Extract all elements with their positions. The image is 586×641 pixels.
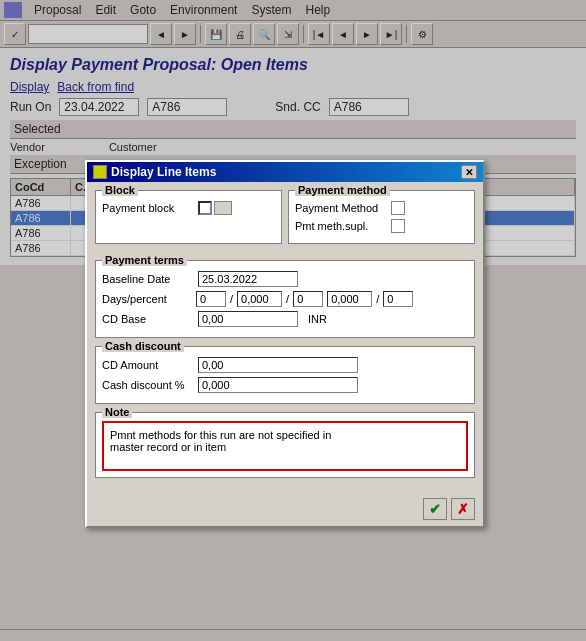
note-line2: master record or in item xyxy=(110,441,460,453)
baseline-date-label: Baseline Date xyxy=(102,273,192,285)
payment-method-checkbox[interactable] xyxy=(391,201,405,215)
cd-base-row: CD Base 0,00 INR xyxy=(102,311,468,327)
cd-amount-label: CD Amount xyxy=(102,359,192,371)
note-text-box: Pmnt methods for this run are not specif… xyxy=(102,421,468,471)
titlebar-left: Display Line Items xyxy=(93,165,216,179)
slash3: / xyxy=(376,293,379,305)
payment-block-label: Payment block xyxy=(102,202,192,214)
baseline-date-row: Baseline Date 25.03.2022 xyxy=(102,271,468,287)
days-percent-label: Days/percent xyxy=(102,293,192,305)
dialog-close-button[interactable]: ✕ xyxy=(461,165,477,179)
note-line1: Pmnt methods for this run are not specif… xyxy=(110,429,460,441)
cash-discount-section: Cash discount CD Amount 0,00 Cash discou… xyxy=(95,346,475,404)
dialog-titlebar: Display Line Items ✕ xyxy=(87,162,483,182)
cash-discount-pct-row: Cash discount % 0,000 xyxy=(102,377,468,393)
block-section-content: Payment block xyxy=(96,191,281,225)
payment-block-row: Payment block xyxy=(102,201,275,215)
cd-amount-row: CD Amount 0,00 xyxy=(102,357,468,373)
note-section: Note Pmnt methods for this run are not s… xyxy=(95,412,475,478)
payment-terms-label: Payment terms xyxy=(102,254,187,266)
payment-method-label: Payment Method xyxy=(295,202,385,214)
payment-block-checkbox[interactable] xyxy=(198,201,212,215)
payment-terms-content: Baseline Date 25.03.2022 Days/percent 0 … xyxy=(96,261,474,337)
days-percent-row: Days/percent 0 / 0,000 / 0 0,000 / 0 xyxy=(102,291,468,307)
block-section: Block Payment block xyxy=(95,190,282,244)
payment-method-section-content: Payment Method Pmt meth.supl. xyxy=(289,191,474,243)
cd-base-label: CD Base xyxy=(102,313,192,325)
cd-amount-value: 0,00 xyxy=(198,357,358,373)
pmt-meth-supl-label: Pmt meth.supl. xyxy=(295,220,385,232)
cancel-button[interactable]: ✗ xyxy=(451,498,475,520)
slash1: / xyxy=(230,293,233,305)
days-val5: 0 xyxy=(383,291,413,307)
cash-discount-label: Cash discount xyxy=(102,340,184,352)
cash-discount-pct-label: Cash discount % xyxy=(102,379,192,391)
cd-base-unit: INR xyxy=(308,313,327,325)
pmt-meth-supl-checkbox[interactable] xyxy=(391,219,405,233)
days-val4: 0,000 xyxy=(327,291,372,307)
note-section-content: Pmnt methods for this run are not specif… xyxy=(96,413,474,477)
payment-method-section-label: Payment method xyxy=(295,184,390,196)
pmt-meth-supl-row: Pmt meth.supl. xyxy=(295,219,468,233)
cash-discount-content: CD Amount 0,00 Cash discount % 0,000 xyxy=(96,347,474,403)
days-val1: 0 xyxy=(196,291,226,307)
dialog-icon xyxy=(93,165,107,179)
block-section-label: Block xyxy=(102,184,138,196)
payment-method-section: Payment method Payment Method Pmt meth.s… xyxy=(288,190,475,244)
dialog-body: Block Payment block Payment method xyxy=(87,182,483,494)
ok-button[interactable]: ✔ xyxy=(423,498,447,520)
cd-base-value: 0,00 xyxy=(198,311,298,327)
payment-block-btn[interactable] xyxy=(214,201,232,215)
payment-method-row: Payment Method xyxy=(295,201,468,215)
dialog-display-line-items: Display Line Items ✕ Block Payment block xyxy=(85,160,485,528)
cash-discount-pct-value: 0,000 xyxy=(198,377,358,393)
payment-block-controls xyxy=(198,201,232,215)
days-val2: 0,000 xyxy=(237,291,282,307)
baseline-date-value: 25.03.2022 xyxy=(198,271,298,287)
days-val3: 0 xyxy=(293,291,323,307)
dialog-title: Display Line Items xyxy=(111,165,216,179)
dialog-footer: ✔ ✗ xyxy=(87,494,483,526)
block-payment-row: Block Payment block Payment method xyxy=(95,190,475,252)
payment-terms-section: Payment terms Baseline Date 25.03.2022 D… xyxy=(95,260,475,338)
note-section-label: Note xyxy=(102,406,132,418)
slash2: / xyxy=(286,293,289,305)
